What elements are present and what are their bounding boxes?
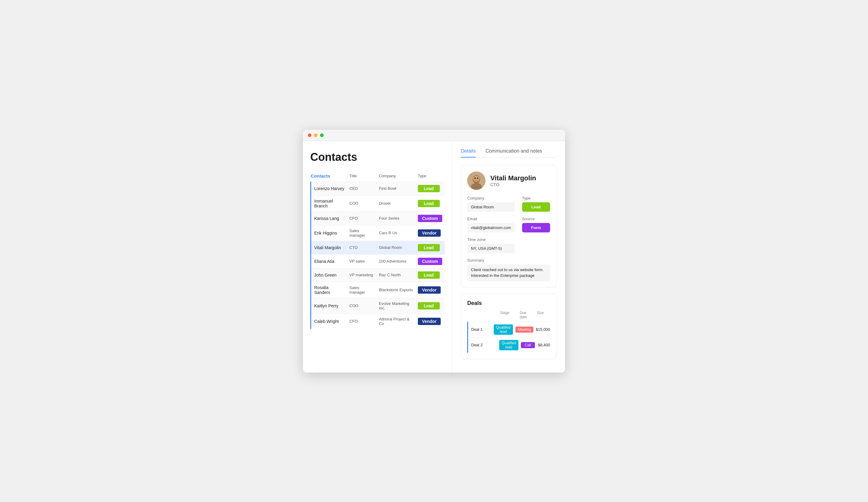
col-company: Company [376,172,415,182]
contact-name-block: Vitali Margolin CTO [490,174,536,187]
deal-col-duedate: Due date [520,311,534,319]
detail-grid: Company Global Room Type Lead Email vita… [467,196,550,281]
timezone-label: Time zone [467,237,515,242]
contact-company-cell: Evolve Marketing Inc. [376,298,415,313]
contact-company-cell: Raz C North [376,268,415,282]
contact-name: Vitali Margolin [490,174,536,182]
type-badge: Vendor [418,318,441,325]
type-badge: Vendor [418,286,441,294]
company-value: Global Room [467,202,515,212]
col-type: Type [415,172,445,182]
contact-company-cell: Four Series [376,211,415,225]
contact-type-cell: Vendor [415,225,445,241]
contact-name-cell: Karissa Lang [311,211,347,225]
contact-name-cell: Vitali Margolin [311,241,347,254]
deals-list: Deal 1 Qualified lead Meeting $15,000 De… [467,322,550,353]
deal-duedate: Meeting [515,326,533,333]
contact-name-cell: Kaitlyn Perry [311,298,347,313]
table-row[interactable]: Immanuel Branch COO Drover Lead [311,195,445,211]
table-row[interactable]: Karissa Lang CFO Four Series Custom [311,211,445,225]
contact-detail-card: Vitali Margolin CTO Company Global Room … [461,165,557,287]
contact-title-cell: CEO [347,181,376,195]
table-row[interactable]: John Green VP marketing Raz C North Lead [311,268,445,282]
maximize-button[interactable] [320,134,324,137]
type-badge: Lead [418,302,440,310]
table-header-row: Contacts Title Company Type [311,172,445,182]
type-badge: Custom [418,215,442,222]
deal-name: Deal 1 [471,327,491,332]
table-row[interactable]: Kaitlyn Perry COO Evolve Marketing Inc. … [311,298,445,313]
timezone-value: NY, USA (GMT-5) [467,244,515,253]
right-panel: Details Communication and notes [452,141,565,373]
table-row[interactable]: Erik Higgins Sales manager Cars R Us Ven… [311,225,445,241]
contact-type-cell: Lead [415,195,445,211]
table-row[interactable]: Caleb Wright CFO Admiral Project & Co Ve… [311,313,445,329]
contact-role: CTO [490,182,536,187]
contact-title-cell: CTO [347,241,376,254]
page-title: Contacts [310,151,445,164]
left-panel: Contacts Contacts Title Company Type Lor… [303,141,452,373]
deal-col-name [471,311,497,319]
contact-name-cell: Lorenzo Harvey [311,181,347,195]
contact-type-cell: Lead [415,241,445,254]
contact-name-cell: Rosalia Sanders [311,282,347,298]
contact-title-cell: CFO [347,211,376,225]
app-window: Contacts Contacts Title Company Type Lor… [303,130,565,373]
contact-type-cell: Vendor [415,282,445,298]
svg-point-5 [477,177,478,179]
table-row[interactable]: Rosalia Sanders Sales manager Blackstone… [311,282,445,298]
titlebar [303,130,565,141]
source-section: Source Form [522,217,550,232]
contacts-table: Contacts Title Company Type Lorenzo Harv… [310,172,445,329]
contact-title-cell: COO [347,298,376,313]
contact-title-cell: VP sales [347,254,376,268]
deal-row[interactable]: Deal 1 Qualified lead Meeting $15,000 [467,322,550,337]
contact-company-cell: Drover [376,195,415,211]
close-button[interactable] [308,134,311,137]
deal-row[interactable]: Deal 2 Qualified lead Call $8,400 [467,337,550,353]
type-badge: Lead [418,200,440,207]
minimize-button[interactable] [314,134,318,137]
contact-name-cell: Eliana Atia [311,254,347,268]
type-badge: Lead [418,271,440,279]
deal-duedate: Call [521,342,535,348]
deal-col-size: Size [537,311,550,319]
deal-name: Deal 2 [471,343,497,347]
type-label: Type [522,196,550,200]
contact-header: Vitali Margolin CTO [467,171,550,190]
table-row[interactable]: Lorenzo Harvey CEO First Bowl Lead [311,181,445,195]
table-row[interactable]: Vitali Margolin CTO Global Room Lead [311,241,445,254]
timezone-section: Time zone NY, USA (GMT-5) [467,237,515,253]
contact-type-cell: Lead [415,181,445,195]
email-value: vitali@globalroom.com [467,223,515,232]
type-badge: Custom [418,258,442,265]
contact-company-cell: Blackstone Exports [376,282,415,298]
contact-title-cell: VP marketing [347,268,376,282]
tab-details[interactable]: Details [461,148,476,157]
deal-stage: Qualified lead [499,340,518,350]
deal-stage: Qualified lead [494,324,513,335]
company-section: Company Global Room [467,196,515,212]
contact-type-cell: Custom [415,254,445,268]
tabs: Details Communication and notes [461,148,557,158]
tab-communication[interactable]: Communication and notes [486,148,542,157]
deals-card: Deals Stage Due date Size Deal 1 Qualifi… [461,294,557,359]
contact-name-cell: Immanuel Branch [311,195,347,211]
col-title: Title [347,172,376,182]
contact-title-cell: Sales manager [347,225,376,241]
type-badge: Lead [418,185,440,192]
contact-company-cell: Cars R Us [376,225,415,241]
company-label: Company [467,196,515,200]
contact-type-cell: Lead [415,298,445,313]
deal-col-stage: Stage [500,311,517,319]
table-row[interactable]: Eliana Atia VP sales 100 Adventures Cust… [311,254,445,268]
avatar [467,171,486,190]
contact-name-cell: Caleb Wright [311,313,347,329]
type-value: Lead [522,202,550,212]
type-section: Type Lead [522,196,550,212]
email-section: Email vitali@globalroom.com [467,217,515,232]
contact-title-cell: Sales manager [347,282,376,298]
email-label: Email [467,217,515,221]
deals-title: Deals [467,300,550,306]
contact-company-cell: 100 Adventures [376,254,415,268]
